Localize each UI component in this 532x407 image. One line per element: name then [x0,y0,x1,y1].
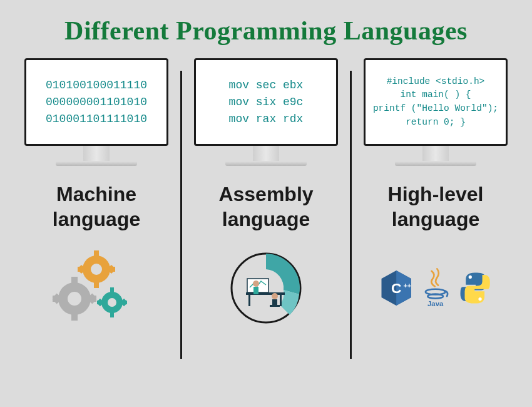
svg-rect-21 [110,287,114,294]
label-machine: Machine language [53,182,140,232]
code-line: mov six e9c [229,94,304,111]
monitor-stand-base [395,161,476,166]
code-line: 010001101111010 [46,111,147,128]
screen-highlevel: #include <stdio.h> int main( ) { printf … [364,58,508,146]
code-line: printf ("Hello World"); [373,102,498,116]
svg-rect-11 [71,277,78,286]
label-line: Assembly [218,183,313,205]
svg-point-37 [272,293,278,299]
svg-point-35 [253,281,259,287]
chart-desk-icon [210,247,322,329]
svg-point-9 [91,264,102,275]
code-line: mov sec ebx [229,77,304,94]
svg-text:++: ++ [404,282,411,289]
java-logo-icon: Java [421,265,450,311]
svg-point-45 [428,294,444,299]
svg-point-19 [68,292,81,306]
svg-rect-39 [270,305,280,307]
code-line: 000000001101010 [46,94,147,111]
column-highlevel: #include <stdio.h> int main( ) { printf … [352,58,519,396]
svg-rect-1 [94,250,99,258]
label-assembly: Assembly language [218,182,313,232]
label-highlevel: High-level language [388,182,484,232]
code-line: mov rax rdx [229,111,304,128]
svg-rect-12 [71,312,78,321]
column-assembly: mov sec ebx mov six e9c mov rax rdx Asse… [182,58,350,396]
svg-rect-36 [253,287,258,294]
code-line: return 0; } [406,116,466,130]
page-title: Different Programming Languages [0,0,532,58]
gears-icon [40,247,153,329]
screen-machine: 010100100011110 000000001101010 01000110… [24,58,168,146]
svg-text:Java: Java [427,300,444,307]
monitor-stand-base [56,161,137,166]
code-line: #include <stdio.h> [387,75,485,89]
code-line: 010100100011110 [46,77,147,94]
label-line: language [392,208,479,230]
label-line: Machine [56,183,136,205]
label-line: language [53,208,140,230]
svg-rect-33 [248,295,250,306]
svg-rect-34 [280,295,282,306]
svg-rect-32 [246,292,285,295]
python-logo-icon [458,268,492,308]
monitor-stand-neck [83,146,110,161]
monitor-stand-neck [253,146,279,161]
svg-point-29 [108,298,116,307]
monitor-stand-base [225,161,307,166]
screen-assembly: mov sec ebx mov six e9c mov rax rdx [194,58,338,146]
monitor-stand-neck [422,146,449,161]
monitor-machine: 010100100011110 000000001101010 01000110… [24,58,168,166]
columns-container: 010100100011110 000000001101010 01000110… [0,58,532,396]
cpp-logo-icon: C ++ [379,266,413,310]
svg-point-48 [478,297,481,301]
svg-point-47 [468,276,471,279]
svg-rect-2 [94,281,99,288]
language-logos: C ++ Java [379,247,492,329]
label-line: language [222,208,310,230]
label-line: High-level [388,183,484,205]
code-line: int main( ) { [400,88,471,102]
monitor-highlevel: #include <stdio.h> int main( ) { printf … [364,58,508,166]
svg-rect-22 [110,311,114,317]
svg-text:C: C [391,280,401,296]
column-machine: 010100100011110 000000001101010 01000110… [13,58,180,396]
monitor-assembly: mov sec ebx mov six e9c mov rax rdx [194,58,338,166]
